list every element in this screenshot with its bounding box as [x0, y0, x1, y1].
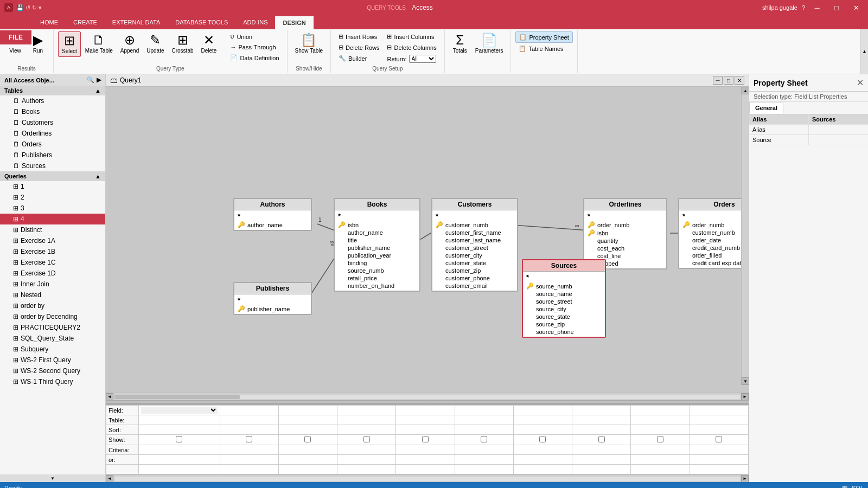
- show-cb-1[interactable]: [176, 436, 182, 442]
- tab-design[interactable]: DESIGN: [275, 15, 313, 29]
- table-names-btn[interactable]: 📋 Table Names: [515, 43, 572, 54]
- criteria-cell-2[interactable]: [220, 445, 278, 455]
- field-cell-3[interactable]: [278, 406, 337, 415]
- scroll-right-btn[interactable]: ►: [741, 393, 749, 401]
- field-cell-4[interactable]: [337, 406, 396, 415]
- tab-home[interactable]: HOME: [33, 15, 66, 29]
- nav-item-orders[interactable]: 🗒Orders: [0, 139, 105, 150]
- delete-rows-btn[interactable]: ⊟ Delete Rows: [335, 42, 382, 53]
- insert-cols-btn[interactable]: ⊞ Insert Columns: [384, 31, 439, 42]
- crosstab-btn[interactable]: ⊞ Crosstab: [169, 31, 197, 56]
- table-cell-1[interactable]: [139, 415, 220, 425]
- nav-item-orderby-dec[interactable]: ⊞order by Decending: [0, 311, 105, 322]
- criteria-cell-6[interactable]: [455, 445, 513, 455]
- extra1-5[interactable]: [396, 465, 455, 474]
- nav-item-ex1a[interactable]: ⊞Exercise 1A: [0, 235, 105, 246]
- ps-tab-general[interactable]: General: [749, 102, 783, 114]
- show-cb-10[interactable]: [716, 436, 722, 442]
- help-btn[interactable]: ?: [802, 4, 805, 11]
- sort-cell-5[interactable]: [396, 425, 455, 435]
- criteria-cell-1[interactable]: [139, 445, 220, 455]
- show-table-btn[interactable]: 📋 Show Table: [292, 31, 327, 56]
- criteria-cell-4[interactable]: [337, 445, 396, 455]
- property-sheet-btn[interactable]: 📋 Property Sheet: [515, 31, 572, 43]
- nav-item-subquery[interactable]: ⊞Subquery: [0, 344, 105, 355]
- show-cb-8[interactable]: [598, 436, 605, 442]
- ribbon-collapse-btn[interactable]: ▲: [860, 29, 868, 74]
- ps-source-value[interactable]: [809, 135, 868, 145]
- extra1-3[interactable]: [278, 465, 337, 474]
- criteria-cell-10[interactable]: [690, 445, 748, 455]
- or-cell-3[interactable]: [278, 455, 337, 465]
- field-select-1[interactable]: [141, 407, 218, 414]
- tab-create[interactable]: CREATE: [66, 15, 105, 29]
- nav-item-ws2second[interactable]: ⊞WS-2 Second Query: [0, 365, 105, 376]
- or-cell-5[interactable]: [396, 455, 455, 465]
- extra1-9[interactable]: [631, 465, 690, 474]
- nav-queries-header[interactable]: Queries ▲: [0, 171, 105, 181]
- or-cell-4[interactable]: [337, 455, 396, 465]
- or-cell-2[interactable]: [220, 455, 278, 465]
- return-select[interactable]: All 5 25: [409, 55, 436, 63]
- sort-cell-1[interactable]: [139, 425, 220, 435]
- nav-item-books[interactable]: 🗒Books: [0, 106, 105, 117]
- show-cb-5[interactable]: [422, 436, 429, 442]
- nav-item-distinct[interactable]: ⊞Distinct: [0, 224, 105, 235]
- scroll-left-btn[interactable]: ◄: [106, 393, 113, 401]
- scroll-up-btn[interactable]: ▲: [742, 87, 749, 94]
- show-cell-10[interactable]: [690, 435, 748, 445]
- show-cb-6[interactable]: [481, 436, 487, 442]
- nav-search-icon[interactable]: 🔍: [87, 76, 94, 84]
- file-btn[interactable]: FILE: [0, 30, 31, 44]
- show-cell-7[interactable]: [513, 435, 572, 445]
- nav-chevron-icon[interactable]: ▶: [97, 76, 101, 84]
- sort-cell-7[interactable]: [513, 425, 572, 435]
- sort-cell-4[interactable]: [337, 425, 396, 435]
- nav-item-ex1c[interactable]: ⊞Exercise 1C: [0, 257, 105, 268]
- builder-btn[interactable]: 🔧 Builder: [335, 53, 382, 63]
- extra1-7[interactable]: [513, 465, 572, 474]
- extra1-4[interactable]: [337, 465, 396, 474]
- ps-close-btn[interactable]: ✕: [857, 78, 864, 88]
- nav-item-q4[interactable]: ⊞4: [0, 214, 105, 224]
- data-def-btn[interactable]: 📄 Data Definition: [227, 53, 282, 63]
- or-cell-1[interactable]: [139, 455, 220, 465]
- nav-item-sqlstate[interactable]: ⊞SQL_Query_State: [0, 333, 105, 344]
- nav-item-orderby[interactable]: ⊞order by: [0, 300, 105, 311]
- nav-item-publishers[interactable]: 🗒Publishers: [0, 150, 105, 160]
- pass-through-btn[interactable]: → Pass-Through: [227, 42, 282, 52]
- sort-cell-3[interactable]: [278, 425, 337, 435]
- show-cb-4[interactable]: [363, 436, 370, 442]
- tab-db-tools[interactable]: DATABASE TOOLS: [168, 15, 235, 29]
- nav-item-q1[interactable]: ⊞1: [0, 181, 105, 192]
- grid-scroll-right[interactable]: ►: [741, 475, 749, 483]
- minimize-btn[interactable]: ─: [809, 2, 825, 13]
- field-cell-9[interactable]: [631, 406, 690, 415]
- or-cell-10[interactable]: [690, 455, 748, 465]
- grid-hscroll[interactable]: ◄ ►: [106, 474, 749, 482]
- show-cell-9[interactable]: [631, 435, 690, 445]
- field-cell-7[interactable]: [513, 406, 572, 415]
- show-cell-6[interactable]: [455, 435, 513, 445]
- nav-item-orderlines[interactable]: 🗒Orderlines: [0, 128, 105, 139]
- schema-scroll[interactable]: 1 ∞ ∞ ∞ 1 1: [106, 87, 749, 393]
- show-cell-8[interactable]: [572, 435, 631, 445]
- show-cb-7[interactable]: [539, 436, 546, 442]
- field-cell-1[interactable]: [139, 406, 220, 415]
- nav-scroll[interactable]: Tables ▲ 🗒Authors 🗒Books 🗒Customers 🗒Ord…: [0, 86, 105, 474]
- query-minimize-btn[interactable]: ─: [713, 76, 723, 85]
- nav-item-ex1d[interactable]: ⊞Exercise 1D: [0, 268, 105, 279]
- sort-cell-2[interactable]: [220, 425, 278, 435]
- insert-rows-btn[interactable]: ⊞ Insert Rows: [335, 31, 382, 42]
- nav-tables-header[interactable]: Tables ▲: [0, 86, 105, 95]
- extra1-1[interactable]: [139, 465, 220, 474]
- nav-item-q3[interactable]: ⊞3: [0, 203, 105, 214]
- show-cell-1[interactable]: [139, 435, 220, 445]
- delete-cols-btn[interactable]: ⊟ Delete Columns: [384, 42, 439, 53]
- table-cell-3[interactable]: [278, 415, 337, 425]
- union-btn[interactable]: ∪ Union: [227, 31, 282, 42]
- sort-cell-8[interactable]: [572, 425, 631, 435]
- tab-addins[interactable]: ADD-INS: [235, 15, 275, 29]
- select-btn[interactable]: ⊞ Select: [58, 31, 81, 57]
- append-btn[interactable]: ⊕ Append: [117, 31, 142, 56]
